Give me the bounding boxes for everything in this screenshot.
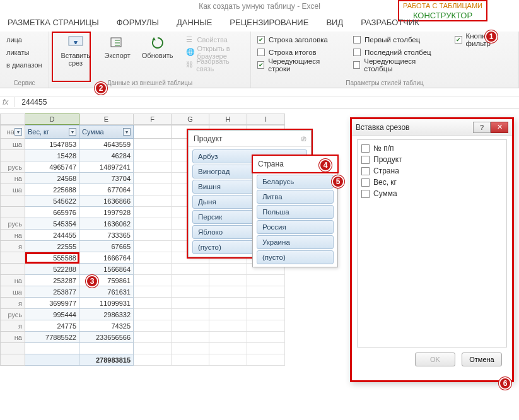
tools-item-1[interactable]: лица (6, 34, 22, 45)
filter-dropdown-icon[interactable]: ▾ (69, 128, 76, 136)
ribbon-tabs: РАЗМЕТКА СТРАНИЦЫ ФОРМУЛЫ ДАННЫЕ РЕЦЕНЗИ… (0, 18, 519, 30)
filter-dropdown-icon[interactable]: ▾ (123, 128, 131, 136)
slicer-item[interactable]: Польша (257, 205, 334, 219)
svg-marker-3 (152, 37, 156, 40)
marker-5: 5 (332, 175, 344, 188)
tab-page-layout[interactable]: РАЗМЕТКА СТРАНИЦЫ (8, 18, 99, 30)
slicer-item[interactable]: Беларусь (257, 175, 334, 189)
col-G[interactable]: G (172, 114, 209, 125)
marker-3: 3 (86, 275, 98, 288)
col-D[interactable]: D (25, 114, 79, 125)
open-browser-button: 🌐Открыть в браузере (186, 47, 244, 58)
tab-developer[interactable]: РАЗРАБОТЧИК (361, 18, 419, 30)
table-row[interactable]: я2477574325 (0, 320, 341, 332)
marker-4: 4 (319, 159, 332, 172)
tools-item-2[interactable]: ликаты (6, 47, 29, 58)
dialog-field-item[interactable]: Вес, кг (361, 178, 503, 187)
unlink-button: ⛓Разорвать связь (186, 59, 244, 71)
tab-review[interactable]: РЕЦЕНЗИРОВАНИЕ (230, 18, 308, 30)
group-tools-label: Сервис (6, 78, 42, 86)
export-icon (108, 35, 126, 50)
fx-icon[interactable]: fx (3, 98, 8, 107)
dialog-cancel-button[interactable]: Отмена (462, 353, 502, 366)
slicer-item[interactable]: (пусто) (257, 250, 334, 264)
slicer-country[interactable]: Страна БеларусьЛитваПольшаРоссияУкраина(… (252, 155, 338, 267)
dialog-title: Вставка срезов (356, 123, 409, 132)
dialog-close-button[interactable]: ✕ (491, 122, 508, 133)
unlink-icon: ⛓ (186, 61, 194, 69)
chk-filter-btn[interactable]: ✔Кнопка фильтр (455, 34, 512, 45)
dialog-field-item[interactable]: № п/п (361, 144, 503, 153)
col-E[interactable]: E (79, 114, 134, 125)
dialog-field-item[interactable]: Сумма (361, 189, 503, 198)
browser-icon: 🌐 (186, 48, 195, 57)
table-row[interactable]: на77885522233656566 (0, 332, 341, 343)
group-styleopts-label: Параметры стилей таблиц (257, 78, 512, 86)
dialog-ok-button[interactable]: OK (415, 353, 455, 366)
marker-1: 1 (485, 30, 498, 43)
checkbox-icon[interactable] (361, 178, 370, 187)
export-label: Экспорт (104, 52, 130, 59)
contextual-tab-label: РАБОТА С ТАБЛИЦАМИ (403, 2, 482, 9)
table-row[interactable]: ша253877761631 (0, 286, 341, 298)
properties-icon: ☰ (186, 35, 195, 44)
checkbox-icon[interactable] (361, 167, 370, 175)
checkbox-icon[interactable] (361, 144, 370, 153)
col-I[interactable]: I (247, 114, 285, 125)
col-F[interactable]: F (134, 114, 172, 125)
table-row[interactable]: я369997711099931 (0, 298, 341, 309)
chk-last-col[interactable]: Последний столбец (353, 47, 440, 58)
refresh-button[interactable]: Обновить (139, 34, 176, 61)
dialog-field-item[interactable]: Продукт (361, 155, 503, 164)
slicer-item[interactable]: Литва (257, 190, 334, 204)
chk-banded-rows[interactable]: ✔Чередующиеся строки (257, 59, 338, 71)
slicer-product-title: Продукт (194, 134, 223, 143)
chk-banded-cols[interactable]: Чередующиеся столбцы (353, 59, 440, 71)
dialog-field-list[interactable]: № п/пПродуктСтранаВес, кгСумма (357, 139, 507, 347)
marker-6: 6 (499, 377, 511, 390)
tab-formulas[interactable]: ФОРМУЛЫ (117, 18, 159, 30)
formula-bar: fx 244455 (0, 96, 519, 108)
properties-button: ☰Свойства (186, 34, 244, 45)
formula-value[interactable]: 244455 (21, 98, 47, 107)
total-row[interactable]: 278983815 (0, 354, 341, 366)
dialog-help-button[interactable]: ? (473, 122, 491, 133)
dialog-field-item[interactable]: Страна (361, 166, 503, 175)
marker-2: 2 (95, 82, 107, 95)
chk-header-row[interactable]: ✔Строка заголовка (257, 34, 338, 45)
slicer-item[interactable]: Россия (257, 220, 334, 234)
table-row[interactable] (0, 343, 341, 354)
insert-slicers-dialog[interactable]: Вставка срезов ? ✕ № п/пПродуктСтранаВес… (350, 117, 514, 382)
tools-item-3[interactable]: в диапазон (6, 59, 42, 71)
slicer-country-title: Страна (258, 160, 284, 168)
chk-total-row[interactable]: Строка итогов (257, 47, 338, 58)
clear-filter-icon[interactable]: ⎚ (301, 134, 306, 143)
checkbox-icon[interactable] (361, 190, 370, 198)
filter-dropdown-icon[interactable]: ▾ (15, 128, 22, 136)
column-headers: D E F G H I (0, 114, 341, 125)
table-row[interactable]: на253287759861 (0, 275, 341, 286)
checkbox-icon[interactable] (361, 156, 370, 164)
tab-data[interactable]: ДАННЫЕ (177, 18, 212, 30)
export-button[interactable]: Экспорт (102, 34, 132, 61)
highlight-insert-slicer (52, 32, 91, 82)
slicer-item[interactable]: Украина (257, 235, 334, 249)
chk-first-col[interactable]: Первый столбец (353, 34, 440, 45)
table-row[interactable]: русь9954442986332 (0, 309, 341, 320)
refresh-icon (149, 35, 166, 50)
col-H[interactable]: H (209, 114, 247, 125)
tab-view[interactable]: ВИД (326, 18, 343, 30)
refresh-label: Обновить (142, 52, 173, 59)
